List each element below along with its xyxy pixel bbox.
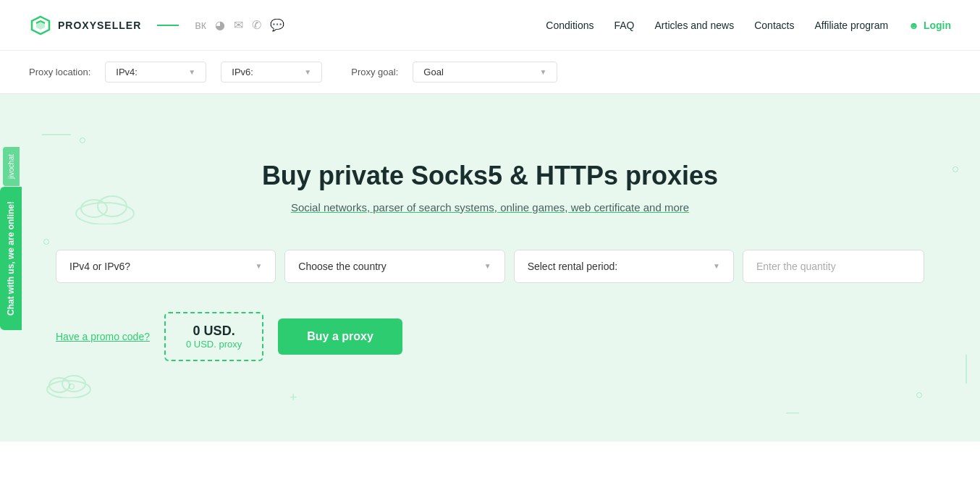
nav-faq[interactable]: FAQ: [614, 20, 634, 31]
chat-online-label[interactable]: Chat with us, we are online!: [0, 187, 22, 330]
telegram-icon[interactable]: ✉: [234, 18, 243, 32]
deco-dot-2: [43, 239, 49, 245]
goal-chevron-icon: ▼: [539, 68, 546, 76]
hero-title: Buy private Socks5 & HTTPs proxies: [262, 161, 718, 191]
compass-icon[interactable]: ◕: [215, 18, 225, 32]
jivochat-label[interactable]: jivochat: [3, 147, 20, 186]
deco-line-2: [966, 355, 967, 384]
filter-row: IPv4 or IPv6? ▼ Choose the country ▼ Sel…: [56, 250, 924, 283]
svg-point-9: [62, 376, 85, 392]
ip-type-chevron-icon: ▼: [255, 262, 262, 270]
price-main: 0 USD.: [186, 324, 242, 339]
hero-section: + — Buy private Socks5 & HTTPs proxies S…: [0, 94, 980, 442]
promo-code-link[interactable]: Have a promo code?: [56, 331, 150, 342]
deco-dot-4: [952, 166, 958, 172]
nav-conditions[interactable]: Conditions: [546, 20, 594, 31]
logo-divider: [157, 25, 179, 26]
hero-subtitle: Social networks, parser of search system…: [291, 201, 689, 214]
svg-point-6: [98, 196, 127, 216]
price-sub: 0 USD. proxy: [186, 339, 242, 350]
header-left: PROXYSELLER вк ◕ ✉ ✆ 💬: [29, 14, 284, 37]
proxy-bar: Proxy location: IPv4: ▼ IPv6: ▼ Proxy go…: [0, 51, 980, 94]
price-box: 0 USD. 0 USD. proxy: [164, 312, 263, 361]
login-button[interactable]: ☻ Login: [908, 20, 951, 31]
nav-affiliate[interactable]: Affiliate program: [814, 20, 888, 31]
country-dropdown[interactable]: Choose the country ▼: [284, 250, 504, 283]
country-chevron-icon: ▼: [484, 262, 491, 270]
chat-sidebar: jivochat Chat with us, we are online!: [0, 147, 22, 331]
skype-icon[interactable]: ✆: [252, 18, 261, 32]
proxy-goal-label: Proxy goal:: [351, 67, 398, 77]
action-row: Have a promo code? 0 USD. 0 USD. proxy B…: [56, 312, 924, 361]
ipv4-select[interactable]: IPv4: ▼: [105, 62, 206, 83]
header: PROXYSELLER вк ◕ ✉ ✆ 💬 Conditions FAQ Ar…: [0, 0, 980, 51]
deco-line-1: [42, 134, 71, 135]
ip-type-dropdown[interactable]: IPv4 or IPv6? ▼: [56, 250, 276, 283]
chat-icon[interactable]: 💬: [270, 18, 284, 32]
user-icon: ☻: [908, 20, 919, 31]
deco-cross-2: —: [786, 405, 799, 420]
logo-icon: [29, 14, 52, 37]
nav-contacts[interactable]: Contacts: [754, 20, 794, 31]
buy-proxy-button[interactable]: Buy a proxy: [278, 318, 402, 355]
goal-select[interactable]: Goal ▼: [413, 62, 557, 83]
vk-icon[interactable]: вк: [195, 19, 206, 32]
header-nav: Conditions FAQ Articles and news Contact…: [546, 20, 951, 31]
ipv4-chevron-icon: ▼: [188, 68, 195, 76]
deco-dot-1: [80, 138, 85, 143]
ipv6-select[interactable]: IPv6: ▼: [221, 62, 322, 83]
deco-dot-5: [916, 392, 922, 398]
deco-cross-1: +: [290, 390, 297, 405]
ipv6-chevron-icon: ▼: [304, 68, 311, 76]
nav-articles[interactable]: Articles and news: [655, 20, 735, 31]
logo: PROXYSELLER: [29, 14, 141, 37]
quantity-input[interactable]: Enter the quantity: [743, 250, 924, 283]
proxy-location-label: Proxy location:: [29, 67, 90, 77]
rental-period-dropdown[interactable]: Select rental period: ▼: [514, 250, 734, 283]
cloud-deco-bottom-left: [43, 369, 94, 398]
cloud-deco-left: [72, 188, 138, 224]
social-icons: вк ◕ ✉ ✆ 💬: [195, 18, 284, 32]
rental-chevron-icon: ▼: [713, 262, 720, 270]
logo-text: PROXYSELLER: [58, 20, 141, 31]
